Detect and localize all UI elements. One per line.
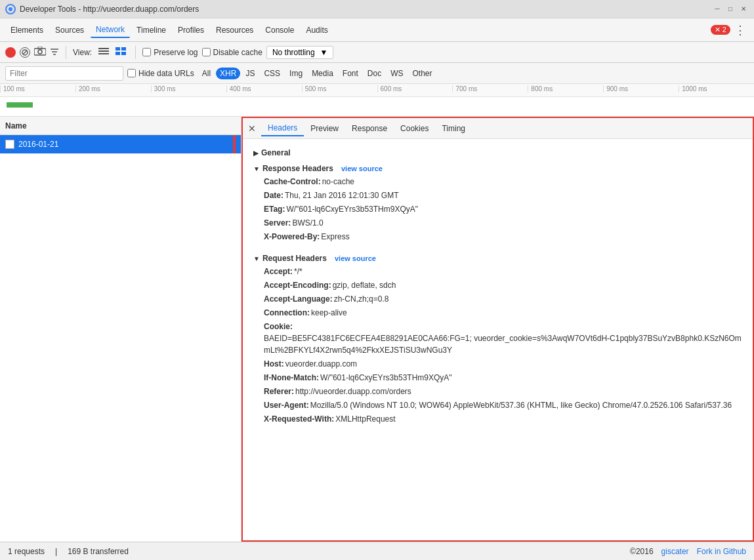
filter-other[interactable]: Other [409,68,436,79]
header-row-cookie: Cookie: BAEID=BE5FC4381FC6ECFEA4E88291AE… [264,321,742,356]
chevron-down-icon: ▼ [320,48,328,57]
header-row-user-agent: User-Agent: Mozilla/5.0 (Windows NT 10.0… [264,399,742,411]
copyright: ©2016 [630,547,654,556]
header-value: Thu, 21 Jan 2016 12:01:30 GMT [285,190,398,201]
svg-rect-15 [115,52,120,55]
svg-point-1 [9,7,12,11]
tab-cookies[interactable]: Cookies [394,121,435,136]
response-headers-arrow-icon: ▼ [253,165,260,172]
request-headers-arrow-icon: ▼ [253,255,260,262]
request-headers-view-source[interactable]: view source [335,254,376,262]
filter-media[interactable]: Media [308,68,337,79]
minimize-button[interactable]: ─ [712,4,723,14]
filter-img[interactable]: Img [285,68,306,79]
header-name: If-None-Match: [264,372,319,384]
filter-xhr[interactable]: XHR [216,68,240,79]
filter-button[interactable] [50,47,59,58]
preserve-log-checkbox[interactable] [142,48,151,56]
tab-timeline[interactable]: Timeline [131,23,171,37]
filter-type-buttons: All XHR JS CSS Img Media Font Doc WS Oth… [198,68,436,79]
tab-timing[interactable]: Timing [435,121,472,136]
camera-button[interactable] [34,47,46,58]
timeline-bar [7,102,33,108]
filter-icon [50,48,59,56]
filter-bar: Hide data URLs All XHR JS CSS Img Media … [0,63,754,84]
camera-icon [34,47,46,56]
hide-data-urls-checkbox[interactable] [127,69,136,77]
general-section-header[interactable]: ▶ General [253,144,742,160]
chrome-icon [5,4,16,14]
header-name: Accept: [264,266,293,277]
header-value: BWS/1.0 [292,217,323,229]
requests-count: 1 requests [8,547,45,556]
giscater-link[interactable]: giscater [661,547,689,556]
record-button[interactable] [5,47,16,58]
response-headers-view-source[interactable]: view source [341,165,383,172]
transferred-size: 169 B transferred [68,547,129,556]
preserve-log-label[interactable]: Preserve log [142,48,198,57]
details-panel: ✕ Headers Preview Response Cookies Timin… [241,117,754,542]
tab-audits[interactable]: Audits [301,23,333,37]
response-headers-section[interactable]: ▼ Response Headers view source [253,160,742,176]
no-symbol-icon [22,49,28,56]
filter-all[interactable]: All [198,68,215,79]
filter-doc[interactable]: Doc [364,68,385,79]
network-toolbar: View: Preserve log Disable cache No thro… [0,42,754,63]
maximize-button[interactable]: □ [725,4,736,14]
general-arrow-icon: ▶ [253,150,259,157]
header-name: Host: [264,358,284,370]
header-row-accept-encoding: Accept-Encoding: gzip, deflate, sdch [264,279,742,291]
header-value: zh-CN,zh;q=0.8 [334,293,389,305]
header-value: XMLHttpRequest [335,413,395,425]
tab-response[interactable]: Response [345,121,394,136]
header-name: Referer: [264,386,294,397]
header-name: Accept-Encoding: [264,279,331,291]
request-headers-body: Accept: */* Accept-Encoding: gzip, defla… [253,266,742,432]
main-content: Name 2016-01-21 ✕ Headers Preview Respon… [0,117,754,542]
tab-preview[interactable]: Preview [304,121,345,136]
status-bar-right: ©2016 giscater Fork in Github [630,547,746,556]
timeline-graph [0,97,754,117]
tab-headers[interactable]: Headers [261,121,304,136]
title-bar: Developer Tools - http://vueorder.duapp.… [0,0,754,18]
svg-point-5 [38,50,42,54]
tab-network[interactable]: Network [91,22,130,38]
separator [66,46,66,59]
svg-rect-13 [115,47,120,50]
filter-css[interactable]: CSS [260,68,284,79]
header-row: ETag: W/"601-lq6CxyEYrs3b53THm9XQyA" [264,203,742,215]
tab-profiles[interactable]: Profiles [173,23,209,37]
close-details-button[interactable]: ✕ [245,122,259,135]
disable-cache-label[interactable]: Disable cache [202,48,262,57]
filter-ws[interactable]: WS [387,68,407,79]
fork-github-link[interactable]: Fork in Github [697,547,746,556]
header-value: W/"601-lq6CxyEYrs3b53THm9XQyA" [320,372,452,384]
tab-elements[interactable]: Elements [5,23,49,37]
more-options-button[interactable]: ⋮ [732,22,749,39]
throttle-select[interactable]: No throttling ▼ [266,46,334,59]
header-value: gzip, deflate, sdch [333,279,396,291]
header-name: Cache-Control: [264,176,321,188]
filter-font[interactable]: Font [339,68,362,79]
hide-data-urls-label[interactable]: Hide data URLs [127,69,194,78]
close-button[interactable]: ✕ [738,4,749,14]
tab-console[interactable]: Console [260,23,299,37]
request-divider [233,135,236,153]
grid-view-icon[interactable] [113,46,129,58]
details-content: ▶ General ▼ Response Headers view source… [243,139,753,437]
tab-sources[interactable]: Sources [50,23,89,37]
header-value: keep-alive [311,307,347,319]
list-view-icon[interactable] [96,46,112,58]
header-name: Date: [264,190,283,201]
filter-js[interactable]: JS [241,68,259,79]
header-row: Cache-Control: no-cache [264,176,742,188]
stop-button[interactable] [20,47,30,58]
filter-input[interactable] [5,66,123,81]
request-headers-section[interactable]: ▼ Request Headers view source [253,250,742,266]
tab-resources[interactable]: Resources [211,23,259,37]
header-row: Date: Thu, 21 Jan 2016 12:01:30 GMT [264,190,742,201]
timeline-ruler: 100 ms 200 ms 300 ms 400 ms 500 ms 600 m… [0,84,754,97]
request-item[interactable]: 2016-01-21 [0,135,241,153]
disable-cache-checkbox[interactable] [202,48,211,56]
header-row-if-none-match: If-None-Match: W/"601-lq6CxyEYrs3b53THm9… [264,372,742,384]
